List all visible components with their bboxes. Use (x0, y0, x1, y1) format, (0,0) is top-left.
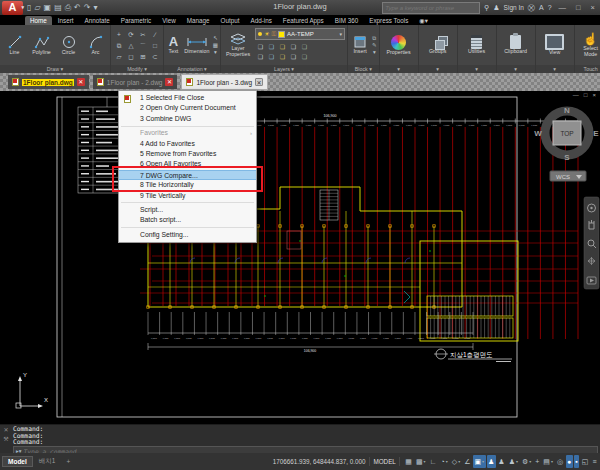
layer-properties-tool[interactable]: Layer Properties (223, 33, 253, 58)
close-tab-icon[interactable]: ✕ (165, 78, 173, 86)
move-tool[interactable]: + (113, 29, 125, 40)
menu-item-2-open-only-current-document[interactable]: 2 Open Only Current Document (119, 103, 256, 113)
mirror-tool[interactable]: △ (125, 40, 137, 51)
hardware-acceleration-toggle[interactable]: ▪ (574, 455, 579, 468)
create-block-icon[interactable]: ⧉ (372, 35, 377, 41)
doc-close-button[interactable]: × (592, 92, 596, 98)
layer-tool-icon[interactable]: ❏ (277, 52, 288, 62)
object-snap-tracking-toggle[interactable]: ∠ (463, 455, 472, 468)
ribbon-tab-express-tools[interactable]: Express Tools (364, 16, 413, 25)
help-icon[interactable]: ? (548, 4, 552, 11)
trim-tool[interactable]: ✂ (137, 29, 149, 40)
snap-mode-toggle[interactable]: ▩▾ (414, 455, 427, 468)
annotation-visibility-toggle[interactable]: ♟ (487, 455, 496, 468)
stretch-tool[interactable]: ▱ (113, 51, 125, 62)
add-layout-button[interactable]: + (61, 457, 75, 466)
grid-display-toggle[interactable]: ▦ (404, 455, 414, 468)
ribbon-tab-bim-360[interactable]: BIM 360 (330, 16, 363, 25)
ribbon-tab-parametric[interactable]: Parametric (116, 16, 156, 25)
ribbon-tab-output[interactable]: Output (216, 16, 245, 25)
search-icon[interactable]: ⚲ (484, 4, 489, 12)
menu-item-5-remove-from-favorites[interactable]: 5 Remove from Favorites (119, 149, 256, 159)
panel-label-clipboard[interactable]: ▾ (497, 65, 535, 73)
menu-item-batch-script[interactable]: Batch script... (119, 215, 256, 225)
layer-tool-icon[interactable]: ❏ (255, 52, 266, 62)
panel-label-groups[interactable]: ▾ (419, 65, 457, 73)
panel-label-properties[interactable]: ▾ (380, 65, 418, 73)
isometric-drafting-toggle[interactable]: ◇▾ (450, 455, 461, 468)
layout-tab-2[interactable]: 배치1 (34, 456, 61, 467)
doc-minimize-button[interactable]: — (573, 92, 579, 98)
annotation-monitor-toggle[interactable]: + (534, 455, 541, 468)
ribbon-tab-manage[interactable]: Manage (182, 16, 215, 25)
layer-dropdown[interactable]: ☀ ⚿ AA-TEMP ▾ (255, 28, 345, 40)
file-tab-1[interactable]: 1Floor plan.dwg✕ (8, 75, 89, 89)
file-tab-2[interactable]: 1Floor plan - 2.dwg✕ (93, 75, 178, 89)
multileader-icon[interactable]: ↖ (213, 35, 218, 41)
array-tool[interactable]: ⊞ (137, 51, 149, 62)
text-tool[interactable]: A Text (166, 35, 181, 55)
chevron-down-icon[interactable]: ▾ (213, 49, 218, 55)
panel-label-touch[interactable]: Touch (575, 65, 600, 73)
doc-restore-button[interactable]: □ (584, 92, 588, 98)
layer-tool-icon[interactable]: ❏ (288, 52, 299, 62)
polyline-tool[interactable]: Polyline (29, 34, 54, 56)
panel-label-draw[interactable]: Draw ▾ (0, 65, 110, 73)
ribbon-tab-add-ins[interactable]: Add-ins (245, 16, 276, 25)
insert-block-tool[interactable]: Insert (350, 35, 370, 55)
view-cube[interactable]: NWESTOP (534, 106, 599, 162)
properties-tool[interactable]: Properties (382, 35, 416, 56)
arc-tool[interactable]: Arc (83, 34, 108, 56)
ribbon-tab-featured-apps[interactable]: Featured Apps (278, 16, 329, 25)
minimize-button[interactable]: — (556, 3, 570, 12)
polar-tracking-toggle[interactable]: ◔▾ (439, 455, 449, 468)
menu-item-3-combine-dwg[interactable]: 3 Combine DWG (119, 114, 256, 124)
auto-scale-toggle[interactable]: ♟ (497, 455, 506, 468)
panel-label-block[interactable]: Block ▾ (348, 65, 379, 73)
layer-tool-icon[interactable]: ❏ (299, 42, 310, 52)
layer-tool-icon[interactable]: ❏ (277, 42, 288, 52)
file-tab-3[interactable]: 1Floor plan - 3.dwg✕ (181, 74, 268, 90)
panel-label-annotation[interactable]: Annotation ▾ (164, 65, 220, 73)
chevron-down-icon[interactable]: ▾ (372, 49, 377, 55)
quick-properties-toggle[interactable]: ▤▾ (542, 455, 555, 468)
panel-label-modify[interactable]: Modify ▾ (111, 65, 163, 73)
menu-item-9-tile-vertically[interactable]: 9 Tile Vertically (119, 191, 256, 201)
view-tool[interactable]: View (538, 34, 572, 56)
fillet-tool[interactable]: ⌒ (137, 40, 149, 51)
panel-label-utilities[interactable]: ▾ (458, 65, 496, 73)
erase-tool[interactable]: ∕ (149, 29, 161, 40)
panel-label-view[interactable]: ▾ (536, 65, 574, 73)
menu-item-4-add-to-favorites[interactable]: 4 Add to Favorites (119, 139, 256, 149)
ribbon-tab-home[interactable]: Home (25, 16, 52, 25)
utilities-tool[interactable]: Utilities (460, 35, 494, 55)
layout-tab-1[interactable]: Model (2, 456, 33, 467)
clean-screen-toggle[interactable]: ◱ (580, 455, 590, 468)
groups-tool[interactable]: Groups (421, 36, 455, 55)
offset-tool[interactable]: ⊂ (149, 51, 161, 62)
search-input[interactable] (382, 2, 480, 14)
ortho-mode-toggle[interactable]: ∟ (428, 455, 438, 468)
menu-item-script[interactable]: Script... (119, 205, 256, 215)
line-tool[interactable]: Line (2, 34, 27, 56)
isolate-objects-toggle[interactable]: ◎ (555, 455, 564, 468)
ribbon-tab-view[interactable]: View (157, 16, 181, 25)
drawing-canvas[interactable]: 4,0004,0004,0004,0004,0004,0004,0004,000… (0, 91, 600, 424)
navigation-bar[interactable] (584, 197, 599, 289)
explode-tool[interactable]: □ (149, 40, 161, 51)
rotate-tool[interactable]: ⟳ (125, 29, 137, 40)
circle-tool[interactable]: Circle (56, 34, 81, 56)
ribbon-tab-insert[interactable]: Insert (53, 16, 79, 25)
close-tab-icon[interactable]: ✕ (255, 78, 263, 86)
scale-tool[interactable]: ◻ (125, 51, 137, 62)
sign-in-button[interactable]: Sign In (504, 4, 524, 11)
graphics-performance-toggle[interactable]: ● (566, 455, 573, 468)
ribbon-tab-annotate[interactable]: Annotate (80, 16, 115, 25)
wrench-icon[interactable]: ⚒ (3, 435, 8, 442)
autodesk-app-icon[interactable]: A (539, 4, 544, 11)
close-icon[interactable]: ✕ (3, 426, 8, 433)
table-icon[interactable]: ▦ (213, 42, 218, 48)
ribbon-options-icon[interactable]: ◉▾ (414, 16, 433, 25)
clipboard-tool[interactable]: Clipboard (499, 35, 533, 55)
select-mode-tool[interactable]: ☝ Select Mode (577, 33, 600, 58)
